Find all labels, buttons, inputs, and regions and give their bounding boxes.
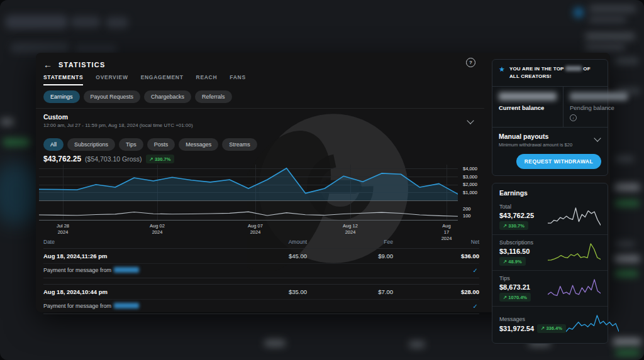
chevron-down-icon[interactable] bbox=[467, 117, 474, 124]
earnings-card: Earnings Total $43,762.25 ↗ 330.7% Subsc… bbox=[492, 183, 608, 344]
transaction-amount: $45.00 bbox=[225, 253, 307, 259]
earnings-row-messages: Messages $31,972.54 ↗ 336.4% bbox=[492, 306, 608, 342]
tab-reach[interactable]: REACH bbox=[196, 74, 218, 85]
checkmark-icon: ✓ bbox=[473, 267, 478, 274]
earnings-chart: $4,000 $3,000 $2,000 $1,000 200 100 Jul … bbox=[39, 165, 482, 236]
top-creator-banner: ★ YOU ARE IN THE TOP OF ALL CREATORS! bbox=[492, 60, 608, 87]
filter-referrals[interactable]: Referrals bbox=[195, 90, 232, 103]
category-filter-bar: All Subscriptions Tips Posts Messages St… bbox=[43, 138, 257, 151]
redacted-current-balance bbox=[499, 92, 557, 101]
filter-payout-requests[interactable]: Payout Requests bbox=[84, 90, 141, 103]
messages-sparkline bbox=[566, 312, 619, 336]
current-balance-label: Current balance bbox=[499, 104, 557, 111]
transaction-amount: $35.00 bbox=[225, 288, 307, 295]
total-sparkline bbox=[548, 205, 601, 229]
info-icon[interactable]: i bbox=[570, 114, 577, 121]
page-title: STATISTICS bbox=[58, 61, 106, 68]
mini-line-plot bbox=[39, 206, 458, 221]
table-row: Aug 18, 2024,11:26 pm $45.00 $9.00 $36.0… bbox=[43, 248, 479, 278]
redacted-top-percent bbox=[565, 66, 582, 71]
y-axis-tick: $3,000 bbox=[463, 174, 477, 180]
balance-card: ★ YOU ARE IN THE TOP OF ALL CREATORS! Cu… bbox=[492, 59, 608, 176]
help-glyph: ? bbox=[469, 60, 472, 65]
x-axis-tick: Jul 282024 bbox=[57, 223, 69, 236]
manual-payouts-subtitle: Minimum withdrawal amount is $20 bbox=[499, 142, 601, 148]
transactions-table: Date Amount Fee Net Aug 18, 2024,11:26 p… bbox=[43, 239, 479, 320]
transaction-fee: $9.00 bbox=[307, 253, 393, 259]
filter-chargebacks[interactable]: Chargebacks bbox=[144, 90, 191, 103]
checkmark-icon: ✓ bbox=[473, 303, 478, 310]
statistics-modal: ← STATISTICS ? STATEMENTS OVERVIEW ENGAG… bbox=[36, 53, 610, 312]
transaction-fee: $7.00 bbox=[307, 288, 393, 295]
tab-overview[interactable]: OVERVIEW bbox=[96, 74, 128, 85]
x-axis: Jul 282024 Aug 022024 Aug 072024 Aug 122… bbox=[39, 223, 458, 236]
star-icon: ★ bbox=[499, 65, 505, 74]
y-axis-tick: 100 bbox=[463, 213, 471, 219]
column-header-amount: Amount bbox=[225, 239, 307, 245]
change-badge: ↗ 330.7% bbox=[146, 155, 175, 163]
column-header-fee: Fee bbox=[307, 239, 393, 245]
transaction-net: $36.00 bbox=[393, 253, 479, 259]
x-axis-tick: Aug 072024 bbox=[248, 223, 263, 236]
x-axis-tick: Aug 122024 bbox=[343, 223, 358, 236]
tab-engagement[interactable]: ENGAGEMENT bbox=[141, 74, 184, 85]
table-row: Aug 18, 2024,10:44 pm $35.00 $7.00 $28.0… bbox=[43, 284, 479, 314]
net-earnings-line bbox=[39, 165, 458, 200]
change-badge: ↗ 336.4% bbox=[537, 324, 566, 333]
earnings-row-label: Total bbox=[499, 204, 534, 210]
filter-earnings[interactable]: Earnings bbox=[43, 90, 80, 103]
help-icon[interactable]: ? bbox=[466, 58, 475, 67]
manual-payouts-title: Manual payouts bbox=[499, 133, 601, 140]
net-earnings-total: $43,762.25 bbox=[43, 155, 81, 163]
y-axis-tick: $4,000 bbox=[463, 166, 477, 172]
app-window: ← STATISTICS ? STATEMENTS OVERVIEW ENGAG… bbox=[0, 0, 644, 360]
earnings-row-label: Messages bbox=[499, 316, 566, 322]
category-posts[interactable]: Posts bbox=[147, 138, 175, 151]
column-header-net: Net bbox=[393, 239, 479, 245]
transaction-net: $28.00 bbox=[393, 288, 479, 295]
pending-balance: Pending balance i bbox=[564, 87, 634, 127]
subscriptions-sparkline bbox=[548, 241, 601, 265]
earnings-row-label: Tips bbox=[499, 275, 531, 281]
category-streams[interactable]: Streams bbox=[222, 138, 257, 151]
info-glyph: i bbox=[573, 116, 574, 120]
transaction-description: Payment for message from bbox=[43, 267, 111, 273]
redacted-username bbox=[114, 267, 139, 273]
earnings-row-value: $43,762.25 bbox=[499, 212, 534, 219]
earnings-row-total: Total $43,762.25 ↗ 330.7% bbox=[492, 199, 608, 234]
current-balance: Current balance bbox=[492, 87, 564, 127]
earnings-row-subscriptions: Subscriptions $3,116.50 ↗ 48.9% bbox=[492, 234, 608, 270]
transaction-description: Payment for message from bbox=[43, 303, 111, 309]
earnings-title: Earnings bbox=[492, 183, 608, 199]
category-messages[interactable]: Messages bbox=[179, 138, 218, 151]
tab-fans[interactable]: FANS bbox=[230, 74, 245, 85]
table-header: Date Amount Fee Net bbox=[43, 239, 479, 248]
category-all[interactable]: All bbox=[43, 138, 64, 151]
change-badge: ↗ 48.9% bbox=[499, 257, 526, 266]
y-axis-tick: 200 bbox=[463, 206, 471, 212]
transaction-date: Aug 18, 2024,10:44 pm bbox=[43, 288, 225, 295]
banner-text-before: YOU ARE IN THE TOP bbox=[509, 66, 564, 72]
statements-panel: ← STATISTICS ? STATEMENTS OVERVIEW ENGAG… bbox=[36, 53, 484, 312]
date-range-detail: 12:00 am, Jul 27 - 11:59 pm, Aug 18, 202… bbox=[43, 123, 463, 128]
redacted-pending-balance bbox=[570, 92, 628, 101]
tab-statements[interactable]: STATEMENTS bbox=[43, 74, 83, 85]
tips-sparkline bbox=[548, 276, 601, 300]
request-withdrawal-button[interactable]: REQUEST WITHDRAWAL bbox=[516, 154, 601, 169]
earnings-row-value: $3,116.50 bbox=[499, 248, 533, 255]
redacted-username bbox=[114, 303, 139, 308]
pending-balance-label: Pending balance bbox=[570, 104, 628, 111]
date-range-selector[interactable]: Custom 12:00 am, Jul 27 - 11:59 pm, Aug … bbox=[43, 113, 463, 128]
change-badge: ↗ 330.7% bbox=[499, 221, 528, 230]
date-range-preset: Custom bbox=[43, 113, 463, 121]
column-header-date: Date bbox=[43, 239, 225, 245]
sidebar: ★ YOU ARE IN THE TOP OF ALL CREATORS! Cu… bbox=[492, 59, 608, 344]
earnings-row-value: $31,972.54 bbox=[499, 325, 534, 332]
category-subscriptions[interactable]: Subscriptions bbox=[67, 138, 115, 151]
main-line-plot bbox=[39, 165, 458, 201]
x-axis-tick: Aug 022024 bbox=[150, 223, 165, 236]
gross-earnings-total: ($54,703.10 Gross) bbox=[85, 155, 142, 163]
y-axis-tick: $1,000 bbox=[463, 190, 477, 195]
category-tips[interactable]: Tips bbox=[119, 138, 143, 151]
back-icon[interactable]: ← bbox=[43, 60, 52, 69]
